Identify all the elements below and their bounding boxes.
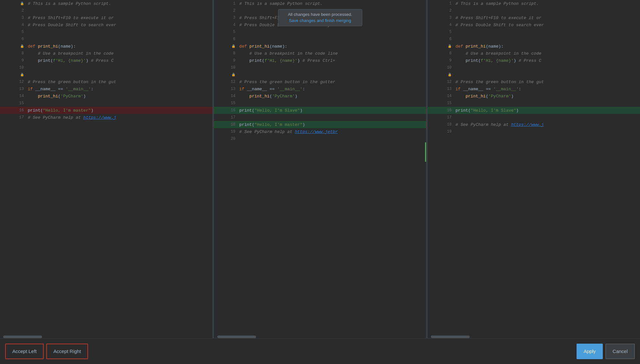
table-row: 9 print(f'Hi, {name}') # Press C — [428, 57, 640, 64]
table-row: 13 if __name__ == '__main__': — [428, 85, 640, 93]
table-row: 18 # See PyCharm help at https://www.j — [428, 121, 640, 128]
lock-icon: 🔒 — [448, 73, 452, 77]
table-row: 12 # Press the green button in the gutte… — [214, 78, 426, 85]
table-row: 🔒 # This is a sample Python script. — [0, 0, 212, 7]
table-row: 16 print("Hello, I'm master") — [0, 107, 212, 114]
editor-area: 🔒 # This is a sample Python script. 2 3 … — [0, 0, 640, 338]
table-row: 12 # Press the green button in the gut — [0, 78, 212, 85]
table-row: 6 — [428, 36, 640, 43]
left-scrollbar-thumb[interactable] — [3, 336, 42, 338]
table-row: 10 — [0, 64, 212, 71]
table-row: 🔒 — [428, 71, 640, 78]
lock-icon: 🔒 — [231, 73, 235, 77]
table-row: 19 # See PyCharm help at https://www.jet… — [214, 128, 426, 135]
lock-icon: 🔒 — [20, 73, 24, 77]
table-row: 15 — [0, 100, 212, 107]
table-row: 10 — [428, 64, 640, 71]
table-row: 1 # This is a sample Python script. — [214, 0, 426, 7]
tooltip-link[interactable]: Save changes and finish merging — [289, 18, 351, 23]
table-row: 8 # Use a breakpoint in the code line — [214, 50, 426, 57]
apply-button[interactable]: Apply — [577, 344, 603, 359]
table-row: 5 — [0, 28, 212, 36]
table-row: 9 print(f'Hi, {name}') # Press C — [0, 57, 212, 64]
table-row: 5 — [428, 28, 640, 36]
table-row: 17 — [428, 114, 640, 121]
table-row: 10 — [214, 64, 426, 71]
table-row: 14 print_hi('PyCharm') — [0, 93, 212, 100]
tooltip: All changes have been processed. Save ch… — [278, 9, 362, 26]
table-row: 16 print("Hello, I'm Slave") — [428, 107, 640, 114]
table-row: 🔒 def print_hi(name): — [428, 43, 640, 50]
left-scrollbar[interactable] — [0, 336, 212, 338]
table-row: 🔒 def print_hi(name): — [214, 43, 426, 50]
center-scrollbar-thumb[interactable] — [217, 336, 256, 338]
tooltip-title: All changes have been processed. — [283, 12, 357, 17]
lock-icon: 🔒 — [231, 45, 235, 48]
bottom-bar: Accept Left Accept Right Apply Cancel — [0, 338, 640, 364]
table-row: 13 if __name__ == '__main__': — [214, 85, 426, 93]
table-row: 4 # Press Double Shift to search ever — [428, 21, 640, 28]
table-row: 🔒 def print_hi(name): — [0, 43, 212, 50]
table-row: 20 — [214, 135, 426, 142]
right-scrollbar[interactable] — [428, 336, 640, 338]
right-code[interactable]: 1 # This is a sample Python script. 2 3 … — [428, 0, 640, 336]
accept-left-button[interactable]: Accept Left — [5, 344, 44, 359]
table-row: 3 # Press Shift+F10 to execute it or — [0, 14, 212, 21]
center-pane: All changes have been processed. Save ch… — [214, 0, 427, 338]
left-code[interactable]: 🔒 # This is a sample Python script. 2 3 … — [0, 0, 212, 336]
table-row: 6 — [214, 36, 426, 43]
table-row: 2 — [428, 7, 640, 14]
table-row: 3 # Press Shift+F10 to execute it or — [428, 14, 640, 21]
table-row: 🔒 — [214, 71, 426, 78]
change-indicator — [425, 142, 426, 162]
table-row: 14 print_hi('PyCharm') — [428, 93, 640, 100]
table-row: 13 if __name__ == '__main__': — [0, 85, 212, 93]
table-row: 16 print("Hello, I'm Slave") — [214, 107, 426, 114]
table-row: 19 — [428, 128, 640, 135]
table-row: 15 — [428, 100, 640, 107]
table-row: 9 print(f'Hi, {name}') # Press Ctrl+ — [214, 57, 426, 64]
left-pane: 🔒 # This is a sample Python script. 2 3 … — [0, 0, 213, 338]
lock-icon: 🔒 — [448, 45, 452, 48]
table-row: 🔒 — [0, 71, 212, 78]
table-row: 15 — [214, 100, 426, 107]
table-row: 17 # See PyCharm help at https://www.j — [0, 114, 212, 121]
right-scrollbar-thumb[interactable] — [431, 336, 470, 338]
table-row: 5 — [214, 28, 426, 36]
table-row: 18 print("Hello, I'm master") — [214, 121, 426, 128]
table-row: 6 — [0, 36, 212, 43]
table-row: 8 # Use a breakpoint in the code — [0, 50, 212, 57]
lock-icon: 🔒 — [20, 45, 24, 48]
center-scrollbar[interactable] — [214, 336, 426, 338]
center-code[interactable]: 1 # This is a sample Python script. 2 3 … — [214, 0, 426, 336]
table-row: 17 — [214, 114, 426, 121]
table-row: 4 # Press Double Shift to search ever — [0, 21, 212, 28]
table-row: 14 print_hi('PyCharm') — [214, 93, 426, 100]
table-row: 12 # Press the green button in the gut — [428, 78, 640, 85]
cancel-button[interactable]: Cancel — [605, 344, 635, 359]
lock-icon: 🔒 — [20, 2, 24, 6]
right-pane: 1 # This is a sample Python script. 2 3 … — [428, 0, 640, 338]
accept-right-button[interactable]: Accept Right — [46, 344, 88, 359]
table-row: 8 # Use a breakpoint in the code — [428, 50, 640, 57]
table-row: 2 — [0, 7, 212, 14]
table-row: 1 # This is a sample Python script. — [428, 0, 640, 7]
